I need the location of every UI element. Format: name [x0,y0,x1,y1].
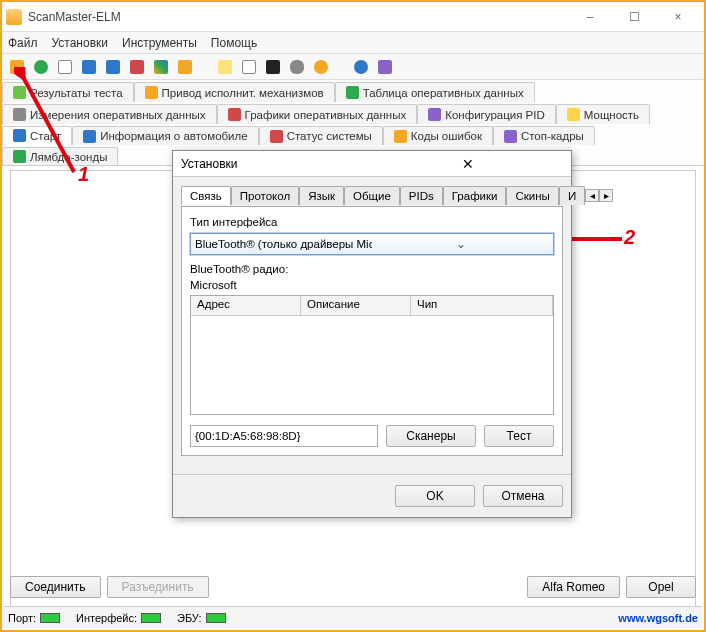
subtab-стоп-кадры[interactable]: Стоп-кадры [493,126,595,145]
brand-alfa-button[interactable]: Alfa Romeo [527,576,620,598]
subtab-таблица-оперативных-данных[interactable]: Таблица оперативных данных [335,82,535,102]
dialog-titlebar: Установки ✕ [173,151,571,177]
tool-connect-icon[interactable] [8,58,26,76]
subtab-label: Лямбда-зонды [30,151,107,163]
connect-button[interactable]: Соединить [10,576,101,598]
subtab-статус-системы[interactable]: Статус системы [259,126,383,145]
tool-pill-icon[interactable] [288,58,306,76]
ecu-led [206,613,226,623]
tool-disk-icon[interactable] [312,58,330,76]
subtab-icon [346,86,359,99]
tool-note-icon[interactable] [216,58,234,76]
minimize-button[interactable]: – [568,3,612,31]
dialog-tab-графики[interactable]: Графики [443,186,507,205]
tool-globe-icon[interactable] [32,58,50,76]
tool-chat-icon[interactable] [240,58,258,76]
tool-table1-icon[interactable] [80,58,98,76]
dialog-close-button[interactable]: ✕ [372,156,563,172]
cancel-button[interactable]: Отмена [483,485,563,507]
subtab-привод-исполнит-механизмов[interactable]: Привод исполнит. механизмов [134,82,335,102]
close-button[interactable]: × [656,3,700,31]
menu-file[interactable]: Файл [8,36,38,50]
chevron-down-icon: ⌄ [372,237,549,251]
subtab-label: Привод исполнит. механизмов [162,87,324,99]
subtab-label: Старт [30,130,61,142]
dialog-tab-связь[interactable]: Связь [181,186,231,205]
subtab-label: Коды ошибок [411,130,482,142]
tab-scroll-right[interactable]: ▸ [599,189,613,202]
subtab-старт[interactable]: Старт [2,126,72,145]
ok-button[interactable]: OK [395,485,475,507]
maximize-button[interactable]: ☐ [612,3,656,31]
tool-usb-icon[interactable] [176,58,194,76]
subtab-icon [567,108,580,121]
tab-scroll-left[interactable]: ◂ [585,189,599,202]
subtab-label: Графики оперативных данных [245,109,407,121]
dialog-tab-и[interactable]: И [559,186,585,205]
test-button[interactable]: Тест [484,425,554,447]
dialog-tab-общие[interactable]: Общие [344,186,400,205]
subtab-label: Таблица оперативных данных [363,87,524,99]
subtab-icon [145,86,158,99]
status-ecu-label: ЭБУ: [177,612,202,624]
address-input[interactable]: {00:1D:A5:68:98:8D} [190,425,378,447]
interface-type-combo[interactable]: BlueTooth® (только драйверы Microsoft, B… [190,233,554,255]
subtab-конфигурация-pid[interactable]: Конфигурация PID [417,104,556,124]
subtab-icon [228,108,241,121]
port-led [40,613,60,623]
subtab-графики-оперативных-данных[interactable]: Графики оперативных данных [217,104,418,124]
tool-info-icon[interactable] [352,58,370,76]
status-port-label: Порт: [8,612,36,624]
subtab-label: Конфигурация PID [445,109,545,121]
iface-led [141,613,161,623]
dialog-tabstrip: СвязьПротоколЯзыкОбщиеPIDsГрафикиСкиныИ … [181,185,563,207]
subtab-icon [428,108,441,121]
status-url[interactable]: www.wgsoft.de [618,612,698,624]
dialog-tab-язык[interactable]: Язык [299,186,344,205]
subtab-label: Измерения оперативных данных [30,109,206,121]
dialog-title: Установки [181,157,372,171]
disconnect-button: Разъединить [107,576,209,598]
dialog-tab-протокол[interactable]: Протокол [231,186,299,205]
scanners-button[interactable]: Сканеры [386,425,476,447]
grid-col-chip[interactable]: Чип [411,296,553,315]
interface-type-label: Тип интерфейса [190,216,278,228]
bt-radio-label: BlueTooth® радио: [190,263,554,275]
toolbar [2,54,704,80]
statusbar: Порт: Интерфейс: ЭБУ: www.wgsoft.de [4,606,702,628]
app-icon [6,9,22,25]
subtab-icon [83,130,96,143]
grid-col-address[interactable]: Адрес [191,296,301,315]
grid-col-desc[interactable]: Описание [301,296,411,315]
menu-settings[interactable]: Установки [52,36,108,50]
bottom-bar: Соединить Разъединить Alfa Romeo Opel [10,576,696,598]
brand-opel-button[interactable]: Opel [626,576,696,598]
tool-palette-icon[interactable] [152,58,170,76]
tool-table2-icon[interactable] [104,58,122,76]
status-iface-label: Интерфейс: [76,612,137,624]
menubar: Файл Установки Инструменты Помощь [2,32,704,54]
subtab-результаты-теста[interactable]: Результаты теста [2,82,134,102]
menu-tools[interactable]: Инструменты [122,36,197,50]
titlebar: ScanMaster-ELM – ☐ × [2,2,704,32]
settings-dialog: Установки ✕ СвязьПротоколЯзыкОбщиеPIDsГр… [172,150,572,518]
subtab-icon [394,130,407,143]
dialog-tab-pids[interactable]: PIDs [400,186,443,205]
subtab-коды-ошибок[interactable]: Коды ошибок [383,126,493,145]
dialog-tab-скины[interactable]: Скины [506,186,558,205]
subtab-icon [13,150,26,163]
tool-exit-icon[interactable] [376,58,394,76]
device-grid[interactable]: Адрес Описание Чип [190,295,554,415]
menu-help[interactable]: Помощь [211,36,257,50]
subtab-измерения-оперативных-данных[interactable]: Измерения оперативных данных [2,104,217,124]
tool-doc-icon[interactable] [56,58,74,76]
subtab-информация-о-автомобиле[interactable]: Информация о автомобиле [72,126,258,145]
subtab-лямбда-зонды[interactable]: Лямбда-зонды [2,147,118,165]
subtab-label: Мощность [584,109,639,121]
subtab-icon [13,129,26,142]
tool-terminal-icon[interactable] [264,58,282,76]
subtab-label: Статус системы [287,130,372,142]
subtab-мощность[interactable]: Мощность [556,104,650,124]
tool-chart-icon[interactable] [128,58,146,76]
subtab-label: Результаты теста [30,87,123,99]
